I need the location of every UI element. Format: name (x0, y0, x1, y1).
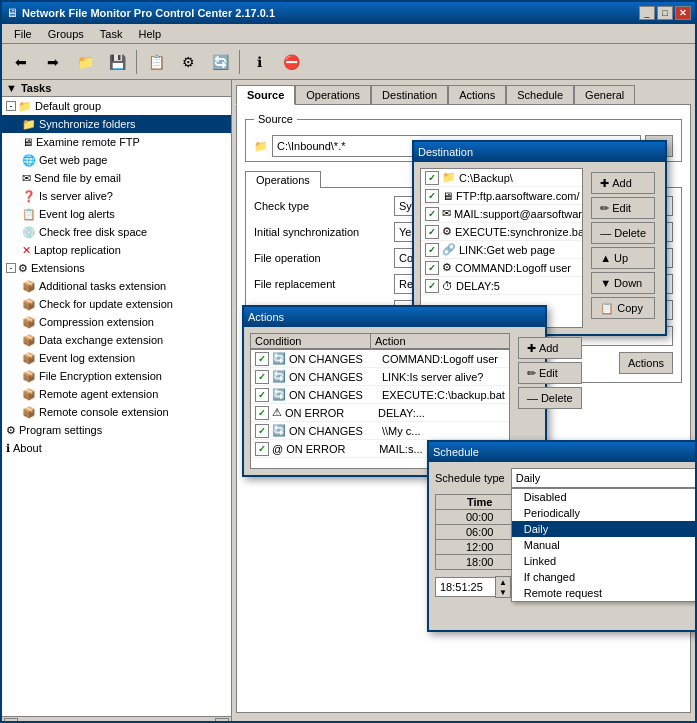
dropdown-if-changed[interactable]: If changed (512, 569, 695, 585)
dest-check-3[interactable]: ✓ (425, 225, 439, 239)
action-add-btn[interactable]: ✚ Add (518, 337, 582, 359)
scroll-track[interactable] (20, 721, 213, 722)
toolbar-save[interactable]: 💾 (102, 48, 132, 76)
dest-item-6[interactable]: ✓ ⏱ DELAY:5 (421, 277, 582, 295)
tree-item-about[interactable]: ℹ About (2, 439, 231, 457)
actions-button[interactable]: Actions (619, 352, 673, 374)
dest-check-1[interactable]: ✓ (425, 189, 439, 203)
tree-scrollbar[interactable]: ◀ ▶ (2, 716, 231, 721)
dest-check-4[interactable]: ✓ (425, 243, 439, 257)
dropdown-linked[interactable]: Linked (512, 553, 695, 569)
time-down-btn[interactable]: ▼ (496, 587, 510, 597)
tree-item-remote-console[interactable]: 📦 Remote console extension (2, 403, 231, 421)
dest-add-btn[interactable]: ✚ Add (591, 172, 655, 194)
action-item-1[interactable]: ✓ 🔄 ON CHANGES LINK:Is server alive? (251, 368, 509, 386)
tab-general[interactable]: General (574, 85, 635, 105)
tree-item-program-settings[interactable]: ⚙ Program settings (2, 421, 231, 439)
action-check-3[interactable]: ✓ (255, 406, 269, 420)
expander-extensions[interactable]: - (6, 263, 16, 273)
toolbar-copy[interactable]: 📋 (141, 48, 171, 76)
dest-delete-btn[interactable]: — Delete (591, 222, 655, 244)
time-input[interactable] (435, 577, 495, 597)
dest-item-3[interactable]: ✓ ⚙ EXECUTE:synchronize.bat (421, 223, 582, 241)
dest-item-0[interactable]: ✓ 📁 C:\Backup\ (421, 169, 582, 187)
toolbar-folder[interactable]: 📁 (70, 48, 100, 76)
action-item-0[interactable]: ✓ 🔄 ON CHANGES COMMAND:Logoff user (251, 350, 509, 368)
toolbar-forward[interactable]: ➡ (38, 48, 68, 76)
dest-up-btn[interactable]: ▲ Up (591, 247, 655, 269)
menu-help[interactable]: Help (130, 27, 169, 41)
dropdown-disabled[interactable]: Disabled (512, 489, 695, 505)
tree-item-extensions[interactable]: - ⚙ Extensions (2, 259, 231, 277)
dest-item-4[interactable]: ✓ 🔗 LINK:Get web page (421, 241, 582, 259)
tree-item-remote-agent[interactable]: 📦 Remote agent extension (2, 385, 231, 403)
tree-item-examine-ftp[interactable]: 🖥 Examine remote FTP (2, 133, 231, 151)
action-edit-btn[interactable]: ✏ Edit (518, 362, 582, 384)
tree-item-eventlog-ext[interactable]: 📦 Event log extension (2, 349, 231, 367)
toolbar-stop[interactable]: ⛔ (276, 48, 306, 76)
tab-source[interactable]: Source (236, 85, 295, 105)
action-item-2[interactable]: ✓ 🔄 ON CHANGES EXECUTE:C:\backup.bat (251, 386, 509, 404)
tree-item-add-tasks[interactable]: 📦 Additional tasks extension (2, 277, 231, 295)
tree-item-web-page[interactable]: 🌐 Get web page (2, 151, 231, 169)
menu-task[interactable]: Task (92, 27, 131, 41)
menu-file[interactable]: File (6, 27, 40, 41)
tree-item-compression[interactable]: 📦 Compression extension (2, 313, 231, 331)
time-spinbox[interactable]: ▲ ▼ (435, 576, 511, 598)
tree-item-default-group[interactable]: - 📁 Default group (2, 97, 231, 115)
action-item-3[interactable]: ✓ ⚠ ON ERROR DELAY:... (251, 404, 509, 422)
dest-item-1[interactable]: ✓ 🖥 FTP:ftp.aarsoftware.com/ (421, 187, 582, 205)
dest-item-2[interactable]: ✓ ✉ MAIL:support@aarsoftware.com (421, 205, 582, 223)
tab-schedule[interactable]: Schedule (506, 85, 574, 105)
destination-list[interactable]: ✓ 📁 C:\Backup\ ✓ 🖥 FTP:ftp.aarsoftware.c… (420, 168, 583, 328)
dest-edit-btn[interactable]: ✏ Edit (591, 197, 655, 219)
tree-item-check-update[interactable]: 📦 Check for update extension (2, 295, 231, 313)
dropdown-remote-request[interactable]: Remote request (512, 585, 695, 601)
tree-item-laptop[interactable]: ✕ Laptop replication (2, 241, 231, 259)
tree-item-diskspace[interactable]: 💿 Check free disk space (2, 223, 231, 241)
dest-check-5[interactable]: ✓ (425, 261, 439, 275)
dest-check-6[interactable]: ✓ (425, 279, 439, 293)
schedule-dropdown[interactable]: Disabled Periodically Daily Manual Linke… (511, 488, 695, 602)
dropdown-periodically[interactable]: Periodically (512, 505, 695, 521)
action-delete-btn[interactable]: — Delete (518, 387, 582, 409)
tree-item-data-exchange[interactable]: 📦 Data exchange extension (2, 331, 231, 349)
toolbar-info[interactable]: ℹ (244, 48, 274, 76)
toolbar-settings[interactable]: ⚙ (173, 48, 203, 76)
toolbar-back[interactable]: ⬅ (6, 48, 36, 76)
minimize-button[interactable]: _ (639, 6, 655, 20)
scroll-right-btn[interactable]: ▶ (215, 718, 229, 722)
action-item-4[interactable]: ✓ 🔄 ON CHANGES \\My c... (251, 422, 509, 440)
dest-down-btn[interactable]: ▼ Down (591, 272, 655, 294)
toolbar-refresh[interactable]: 🔄 (205, 48, 235, 76)
ops-tab-operations[interactable]: Operations (245, 171, 321, 188)
tree-item-sync-folders[interactable]: 📁 Synchronize folders (2, 115, 231, 133)
tree-area[interactable]: - 📁 Default group 📁 Synchronize folders … (2, 97, 231, 716)
action-check-5[interactable]: ✓ (255, 442, 269, 456)
scroll-left-btn[interactable]: ◀ (4, 718, 18, 722)
tree-item-encryption[interactable]: 📦 File Encryption extension (2, 367, 231, 385)
action-check-4[interactable]: ✓ (255, 424, 269, 438)
action-value-4: \\My c... (382, 425, 421, 437)
action-check-0[interactable]: ✓ (255, 352, 269, 366)
menu-groups[interactable]: Groups (40, 27, 92, 41)
dest-item-5[interactable]: ✓ ⚙ COMMAND:Logoff user (421, 259, 582, 277)
maximize-button[interactable]: □ (657, 6, 673, 20)
action-check-2[interactable]: ✓ (255, 388, 269, 402)
dest-check-2[interactable]: ✓ (425, 207, 439, 221)
tree-item-event-log[interactable]: 📋 Event log alerts (2, 205, 231, 223)
expander-default-group[interactable]: - (6, 101, 16, 111)
tab-destination[interactable]: Destination (371, 85, 448, 105)
tab-actions[interactable]: Actions (448, 85, 506, 105)
dropdown-daily[interactable]: Daily (512, 521, 695, 537)
tree-item-server-alive[interactable]: ❓ Is server alive? (2, 187, 231, 205)
tab-operations[interactable]: Operations (295, 85, 371, 105)
dest-check-0[interactable]: ✓ (425, 171, 439, 185)
time-up-btn[interactable]: ▲ (496, 577, 510, 587)
action-check-1[interactable]: ✓ (255, 370, 269, 384)
close-button[interactable]: ✕ (675, 6, 691, 20)
dropdown-manual[interactable]: Manual (512, 537, 695, 553)
tree-item-email[interactable]: ✉ Send file by email (2, 169, 231, 187)
schedule-type-select[interactable]: Daily ▼ (511, 468, 695, 488)
dest-copy-btn[interactable]: 📋 Copy (591, 297, 655, 319)
